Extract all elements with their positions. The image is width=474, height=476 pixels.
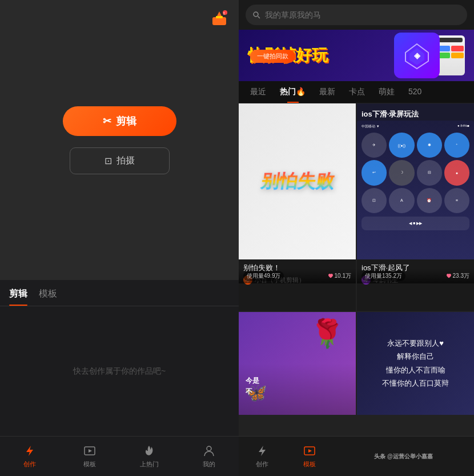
card-4[interactable]: 永远不要跟别人♥ 解释你自己 懂你的人不言而喻 不懂你的人百口莫辩 xyxy=(357,312,474,415)
ios-btn-5: ↩ xyxy=(361,160,387,185)
banner-diamond: ◈ xyxy=(394,33,440,78)
card-3[interactable]: 🌹 🦋 今是 不 xyxy=(239,312,356,415)
lightning-icon-right xyxy=(255,444,269,458)
watermark-area: 头条 @运营公举小嘉嘉 xyxy=(333,437,474,476)
nav-template[interactable]: 模板 xyxy=(60,437,120,476)
svg-point-7 xyxy=(207,446,211,451)
banner[interactable]: 快影帧好玩 一键拍同款 ✦ ◈ xyxy=(239,30,474,81)
search-input-wrap[interactable] xyxy=(246,5,467,25)
fire-icon xyxy=(142,444,156,458)
play-icon xyxy=(83,444,97,458)
card-4-text: 永远不要跟别人♥ 解释你自己 懂你的人不言而喻 不懂你的人百口莫辩 xyxy=(382,337,449,390)
ios-btn-3: ✱ xyxy=(417,133,442,158)
nav-profile[interactable]: 我的 xyxy=(179,437,239,476)
banner-subtitle: 一键拍同款 xyxy=(250,50,295,63)
search-icon xyxy=(252,11,260,19)
flower-decoration: 🌹 xyxy=(310,318,344,350)
card-2[interactable]: ios下滑·录屏玩法 中国移动 ▼ ● 84%■ ✈ ((●)) ✱ ⁺ ↩ xyxy=(357,103,474,311)
ios-btn-2: ((●)) xyxy=(389,133,414,158)
person-icon xyxy=(202,444,216,458)
tab-recent[interactable]: 最近 xyxy=(243,81,273,103)
svg-text:◈: ◈ xyxy=(413,51,421,60)
card-2-title-overlay: ios下滑·录屏玩法 xyxy=(361,109,419,119)
search-input[interactable] xyxy=(265,10,460,19)
right-nav-create[interactable]: 创作 xyxy=(239,437,286,476)
tab-beat[interactable]: 卡点 xyxy=(342,81,372,103)
tab-cute[interactable]: 萌娃 xyxy=(372,81,401,103)
ios-btn-9: ⊡ xyxy=(361,188,387,213)
card-1-stats: 使用量49.9万 10.1万 xyxy=(239,269,356,283)
tab-edit[interactable]: 剪辑 xyxy=(9,288,27,306)
tab-hot[interactable]: 热门🔥 xyxy=(273,81,312,103)
card-2-stats: 使用量135.2万 23.3万 xyxy=(357,269,474,283)
card-1[interactable]: 别怕失败 使用量49.9万 10.1万 别怕失败！ 小 小百（手机剪辑） xyxy=(239,103,356,311)
lightning-icon xyxy=(23,444,37,458)
ios-btn-7: ⊟ xyxy=(417,160,442,185)
nav-trending[interactable]: 上热门 xyxy=(119,437,179,476)
card-1-text: 别怕失败 xyxy=(259,169,335,194)
scissors-icon: ✂ xyxy=(103,115,111,127)
svg-rect-1 xyxy=(216,16,223,18)
empty-state: 快去创作属于你的作品吧~ xyxy=(0,306,239,436)
nav-create[interactable]: 创作 xyxy=(0,437,60,476)
search-bar xyxy=(239,0,474,30)
card-3-text: 今是 不 xyxy=(246,375,259,397)
ios-btn-12: ≡ xyxy=(444,188,469,213)
right-nav-template[interactable]: 模板 xyxy=(286,437,332,476)
ios-screen: 中国移动 ▼ ● 84%■ ✈ ((●)) ✱ ⁺ ↩ ☽ ⊟ ● xyxy=(357,121,474,259)
left-panel: ! ✂ 剪辑 ⊡ 拍摄 剪辑 模板 快去创作属于你的作品吧~ 创作 xyxy=(0,0,239,476)
svg-line-9 xyxy=(258,17,260,19)
right-bottom-nav: 创作 模板 头条 @运营公举小嘉嘉 xyxy=(239,436,474,476)
tab-template[interactable]: 模板 xyxy=(39,288,57,306)
ios-btn-4: ⁺ xyxy=(444,133,469,158)
shoot-button[interactable]: ⊡ 拍摄 xyxy=(70,147,170,174)
reward-icon[interactable]: ! xyxy=(209,8,230,29)
ios-btn-record: ● xyxy=(444,160,469,185)
left-bottom-nav: 创作 模板 上热门 xyxy=(0,436,239,476)
ios-btn-1: ✈ xyxy=(361,133,387,158)
right-panel: 快影帧好玩 一键拍同款 ✦ ◈ 最近 热门🔥 最新 卡点 萌娃 xyxy=(239,0,474,476)
edit-button[interactable]: ✂ 剪辑 xyxy=(63,106,176,136)
svg-marker-6 xyxy=(89,449,92,453)
left-tab-bar: 剪辑 模板 xyxy=(0,280,239,306)
ios-btn-6: ☽ xyxy=(389,160,414,185)
svg-point-8 xyxy=(254,12,258,17)
play-icon-right xyxy=(303,444,316,458)
ios-btn-10: A xyxy=(389,188,414,213)
svg-marker-4 xyxy=(26,446,33,456)
tab-latest[interactable]: 最新 xyxy=(312,81,342,103)
ios-btn-11: ⏰ xyxy=(417,188,442,213)
svg-text:!: ! xyxy=(223,11,224,15)
category-tabs: 最近 热门🔥 最新 卡点 萌娃 520 xyxy=(239,81,474,103)
tab-520[interactable]: 520 xyxy=(401,81,428,103)
svg-rect-0 xyxy=(212,17,226,25)
content-grid: 别怕失败 使用量49.9万 10.1万 别怕失败！ 小 小百（手机剪辑） xyxy=(239,103,474,436)
svg-marker-15 xyxy=(308,449,312,453)
camera-icon: ⊡ xyxy=(105,155,112,166)
svg-marker-13 xyxy=(259,446,266,456)
preview-area: ! ✂ 剪辑 ⊡ 拍摄 xyxy=(0,0,239,280)
